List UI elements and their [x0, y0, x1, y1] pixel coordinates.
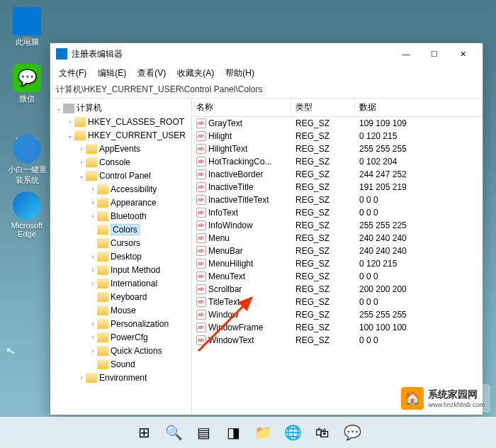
- desktop-icon-pc[interactable]: 此电脑: [7, 7, 47, 47]
- maximize-button[interactable]: ☐: [420, 44, 449, 64]
- folder-icon: [97, 198, 108, 208]
- list-row[interactable]: HilightTextREG_SZ255 255 255: [192, 142, 483, 155]
- tree-item[interactable]: Mouse: [50, 303, 191, 317]
- watermark-url: www.hnzkhbsb.com: [428, 401, 485, 408]
- value-name: Window: [208, 310, 239, 320]
- tree-item[interactable]: ›Console: [50, 155, 191, 169]
- tree-item[interactable]: ›AppEvents: [50, 142, 191, 155]
- tree-label: AppEvents: [99, 144, 140, 154]
- expander-icon[interactable]: ›: [89, 199, 97, 206]
- menu-item[interactable]: 收藏夹(A): [171, 66, 220, 81]
- expander-icon[interactable]: ⌄: [77, 172, 86, 179]
- tree-item[interactable]: Sound: [50, 357, 191, 371]
- expander-icon[interactable]: ›: [66, 118, 74, 125]
- list-row[interactable]: HilightREG_SZ0 120 215: [192, 130, 483, 142]
- tree-label: PowerCfg: [111, 332, 148, 342]
- value-type: REG_SZ: [291, 208, 355, 218]
- expander-icon[interactable]: ›: [77, 145, 86, 152]
- tree-item[interactable]: ⌄计算机: [50, 101, 191, 115]
- taskbar[interactable]: ⊞🔍▤◨📁🌐🛍💬: [0, 417, 496, 448]
- list-row[interactable]: MenuBarREG_SZ240 240 240: [192, 245, 483, 257]
- list-row[interactable]: WindowTextREG_SZ0 0 0: [192, 334, 483, 347]
- taskbar-explorer-button[interactable]: 📁: [250, 420, 276, 445]
- col-name[interactable]: 名称: [192, 99, 291, 116]
- taskbar-start-button[interactable]: ⊞: [131, 420, 157, 445]
- tree-label: Personalization: [111, 319, 169, 329]
- desktop-icon-onekey[interactable]: 小白一键重装系统: [7, 135, 47, 186]
- list-row[interactable]: InfoWindowREG_SZ255 255 225: [192, 219, 483, 232]
- desktop-icon-edge[interactable]: Microsoft Edge: [7, 191, 47, 238]
- close-button[interactable]: ✕: [449, 44, 477, 64]
- tree-item[interactable]: ›Bluetooth: [50, 209, 191, 223]
- list-row[interactable]: ScrollbarREG_SZ200 200 200: [192, 283, 483, 296]
- list-row[interactable]: TitleTextREG_SZ0 0 0: [192, 296, 483, 308]
- list-row[interactable]: MenuTextREG_SZ0 0 0: [192, 270, 483, 283]
- expander-icon[interactable]: ⌄: [55, 105, 63, 112]
- tree-item[interactable]: ⌄Control Panel: [50, 169, 191, 182]
- string-value-icon: [196, 271, 206, 281]
- expander-icon[interactable]: ›: [77, 159, 86, 166]
- titlebar[interactable]: 注册表编辑器 — ☐ ✕: [50, 43, 483, 65]
- tree-item[interactable]: ›HKEY_CLASSES_ROOT: [50, 115, 191, 128]
- list-row[interactable]: MenuHilightREG_SZ0 120 215: [192, 257, 483, 270]
- taskbar-taskview-button[interactable]: ▤: [191, 420, 216, 445]
- tree-item[interactable]: Cursors: [50, 236, 191, 250]
- desktop-icon-label: 微信: [7, 94, 47, 104]
- tree-item[interactable]: Colors: [50, 223, 191, 236]
- tree-item[interactable]: ›Desktop: [50, 250, 191, 263]
- expander-icon[interactable]: ›: [77, 374, 86, 381]
- menu-item[interactable]: 查看(V): [132, 66, 171, 81]
- tree-label: Desktop: [111, 252, 142, 262]
- list-row[interactable]: InfoTextREG_SZ0 0 0: [192, 206, 483, 219]
- expander-icon[interactable]: ›: [89, 334, 97, 341]
- expander-icon[interactable]: ⌄: [66, 132, 74, 139]
- tree-item[interactable]: ›Personalization: [50, 317, 191, 330]
- menu-item[interactable]: 帮助(H): [220, 66, 260, 81]
- expander-icon[interactable]: ›: [89, 280, 97, 287]
- minimize-button[interactable]: —: [392, 44, 420, 64]
- menu-item[interactable]: 编辑(E): [92, 66, 132, 81]
- tree-item[interactable]: ⌄HKEY_CURRENT_USER: [50, 128, 191, 142]
- tree-item[interactable]: ›Environment: [50, 371, 191, 384]
- value-data: 191 205 219: [355, 182, 483, 192]
- value-name: WindowText: [208, 335, 254, 345]
- tree-item[interactable]: ›Appearance: [50, 196, 191, 209]
- list-row[interactable]: HotTrackingCo...REG_SZ0 102 204: [192, 155, 483, 168]
- list-row[interactable]: InactiveTitleREG_SZ191 205 219: [192, 181, 483, 194]
- tree-item[interactable]: ›Quick Actions: [50, 344, 191, 357]
- list-row[interactable]: InactiveTitleTextREG_SZ0 0 0: [192, 194, 483, 206]
- value-name: InfoWindow: [208, 220, 253, 230]
- address-bar[interactable]: 计算机\HKEY_CURRENT_USER\Control Panel\Colo…: [50, 82, 483, 99]
- expander-icon[interactable]: ›: [89, 213, 97, 220]
- taskbar-search-button[interactable]: 🔍: [161, 420, 186, 445]
- list-row[interactable]: WindowFrameREG_SZ100 100 100: [192, 321, 483, 334]
- expander-icon[interactable]: ›: [89, 347, 97, 354]
- col-data[interactable]: 数据: [355, 99, 483, 116]
- list-row[interactable]: MenuREG_SZ240 240 240: [192, 232, 483, 245]
- tree-item[interactable]: ›Input Method: [50, 263, 191, 276]
- registry-tree[interactable]: ⌄计算机›HKEY_CLASSES_ROOT⌄HKEY_CURRENT_USER…: [50, 99, 192, 415]
- folder-icon: [74, 130, 86, 140]
- list-row[interactable]: GrayTextREG_SZ109 109 109: [192, 117, 483, 130]
- tree-item[interactable]: ›PowerCfg: [50, 330, 191, 344]
- tree-item[interactable]: ›International: [50, 276, 191, 290]
- taskbar-store-button[interactable]: 🛍: [310, 420, 335, 445]
- value-data: 240 240 240: [355, 246, 483, 256]
- value-type: REG_SZ: [291, 220, 355, 230]
- desktop-icon-wechat[interactable]: 微信: [7, 64, 47, 104]
- list-row[interactable]: InactiveBorderREG_SZ244 247 252: [192, 168, 483, 181]
- expander-icon[interactable]: ›: [89, 320, 97, 327]
- expander-icon[interactable]: ›: [89, 186, 97, 193]
- taskbar-wechat-button[interactable]: 💬: [339, 420, 365, 445]
- expander-icon[interactable]: ›: [89, 253, 97, 260]
- menu-item[interactable]: 文件(F): [53, 66, 92, 81]
- value-list[interactable]: 名称 类型 数据 GrayTextREG_SZ109 109 109Hiligh…: [192, 99, 483, 415]
- list-row[interactable]: WindowREG_SZ255 255 255: [192, 308, 483, 321]
- taskbar-widgets-button[interactable]: ◨: [220, 420, 246, 445]
- folder-icon: [86, 373, 97, 383]
- col-type[interactable]: 类型: [291, 99, 355, 116]
- tree-item[interactable]: ›Accessibility: [50, 182, 191, 196]
- taskbar-edge-button[interactable]: 🌐: [280, 420, 305, 445]
- tree-item[interactable]: Keyboard: [50, 290, 191, 303]
- expander-icon[interactable]: ›: [89, 267, 97, 274]
